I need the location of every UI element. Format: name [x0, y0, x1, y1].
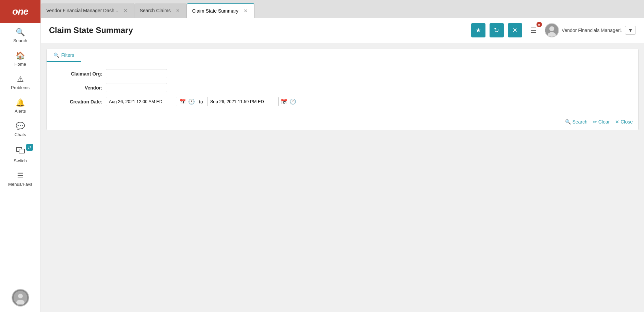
- search-link[interactable]: 🔍 Search: [565, 119, 587, 125]
- sidebar-label-search: Search: [13, 38, 27, 43]
- filter-search-icon: 🔍: [53, 52, 59, 58]
- refresh-icon: ↻: [494, 27, 499, 34]
- filter-row-claimant-org: Claimant Org:: [55, 69, 630, 78]
- filters-tab-bar: 🔍 Filters: [47, 49, 638, 62]
- sidebar-item-problems[interactable]: ⚠ Problems: [0, 70, 40, 94]
- user-avatar-header: [545, 23, 559, 37]
- chevron-down-icon: ▼: [628, 28, 633, 33]
- close-icon: ✕: [512, 27, 517, 34]
- sidebar-label-chats: Chats: [15, 132, 26, 137]
- vendor-label: Vendor:: [55, 85, 102, 91]
- tab-label-claim-state-summary: Claim State Summary: [192, 8, 238, 14]
- main-content: Vendor Financial Manager Dash... ✕ Searc…: [41, 0, 644, 312]
- sidebar-label-alerts: Alerts: [15, 109, 26, 114]
- tab-vendor-dashboard[interactable]: Vendor Financial Manager Dash... ✕: [41, 3, 134, 18]
- tab-bar: Vendor Financial Manager Dash... ✕ Searc…: [41, 0, 644, 18]
- sidebar-item-search[interactable]: 🔍 Search: [0, 23, 40, 47]
- favorite-button[interactable]: ★: [471, 23, 485, 37]
- user-info: Vendor Financials Manager1 ▼: [545, 23, 636, 37]
- menu-icon: ☰: [17, 171, 24, 180]
- filters-panel: 🔍 Filters Claimant Org: Vendor: Creatio: [46, 49, 639, 130]
- clear-action-label: Clear: [598, 119, 610, 125]
- calendar-to-icon[interactable]: 📅: [281, 98, 287, 105]
- tab-claim-state-summary[interactable]: Claim State Summary ✕: [187, 3, 254, 18]
- switch-icon: [16, 145, 25, 157]
- claimant-org-label: Claimant Org:: [55, 71, 102, 77]
- close-link[interactable]: ✕ Close: [615, 119, 633, 125]
- sidebar-label-switch: Switch: [14, 158, 27, 163]
- header-toolbar: ★ ↻ ✕ ☰ ★: [471, 23, 636, 37]
- clock-from-icon[interactable]: 🕐: [188, 98, 195, 105]
- svg-rect-1: [19, 149, 24, 153]
- tab-label-vendor-dashboard: Vendor Financial Manager Dash...: [46, 8, 118, 13]
- svg-point-3: [18, 294, 23, 298]
- close-action-icon: ✕: [615, 119, 619, 125]
- menu-badge: ★: [536, 22, 542, 27]
- sidebar-item-home[interactable]: 🏠 Home: [0, 47, 40, 70]
- filters-tab[interactable]: 🔍 Filters: [47, 49, 81, 62]
- filter-row-creation-date: Creation Date: 📅 🕐 to 📅 🕐: [55, 97, 630, 106]
- sidebar-label-problems: Problems: [11, 85, 30, 90]
- claimant-org-input[interactable]: [106, 69, 167, 78]
- switch-badge-icon: ⇄: [26, 144, 33, 151]
- search-action-label: Search: [572, 119, 587, 125]
- sidebar-item-menus-favs[interactable]: ☰ Menus/Favs: [0, 167, 40, 190]
- search-action-icon: 🔍: [565, 119, 571, 125]
- tab-close-claim-state-summary[interactable]: ✕: [243, 8, 249, 14]
- sidebar: one 🔍 Search 🏠 Home ⚠ Problems 🔔 Alerts …: [0, 0, 41, 312]
- sidebar-label-menus-favs: Menus/Favs: [8, 182, 32, 187]
- user-name-label: Vendor Financials Manager1: [562, 28, 622, 33]
- vendor-input[interactable]: [106, 83, 167, 92]
- star-icon: ★: [476, 27, 481, 34]
- logo-text: one: [12, 6, 28, 17]
- page-title: Claim State Summary: [49, 26, 133, 35]
- tab-close-vendor-dashboard[interactable]: ✕: [122, 7, 129, 14]
- sidebar-avatar[interactable]: [12, 289, 29, 307]
- date-to-input[interactable]: [207, 97, 279, 106]
- bell-icon: 🔔: [16, 98, 25, 107]
- date-from-input[interactable]: [106, 97, 177, 106]
- calendar-from-icon[interactable]: 📅: [179, 98, 186, 105]
- date-to-separator: to: [199, 99, 203, 104]
- sidebar-item-chats[interactable]: 💬 Chats: [0, 117, 40, 141]
- tab-close-search-claims[interactable]: ✕: [175, 7, 181, 14]
- tab-search-claims[interactable]: Search Claims ✕: [134, 3, 187, 18]
- search-icon: 🔍: [16, 28, 25, 37]
- svg-point-6: [549, 26, 554, 31]
- filters-content: Claimant Org: Vendor: Creation Date: 📅 🕐: [47, 62, 638, 116]
- svg-point-7: [548, 32, 556, 37]
- chat-icon: 💬: [16, 122, 25, 131]
- clock-to-icon[interactable]: 🕐: [290, 98, 296, 105]
- creation-date-label: Creation Date:: [55, 99, 102, 104]
- content-area: Claim State Summary ★ ↻ ✕ ☰ ★: [41, 18, 644, 312]
- close-action-label: Close: [621, 119, 633, 125]
- user-dropdown-button[interactable]: ▼: [625, 26, 636, 35]
- filters-tab-label: Filters: [61, 52, 74, 58]
- menu-button[interactable]: ☰ ★: [526, 23, 541, 37]
- sidebar-label-home: Home: [14, 62, 26, 67]
- clear-action-icon: ✏: [593, 119, 597, 125]
- filter-row-vendor: Vendor:: [55, 83, 630, 92]
- date-range: 📅 🕐 to 📅 🕐: [106, 97, 296, 106]
- home-icon: 🏠: [16, 51, 25, 60]
- app-logo[interactable]: one: [0, 0, 40, 23]
- user-avatar-sidebar[interactable]: [12, 289, 29, 307]
- sidebar-item-alerts[interactable]: 🔔 Alerts: [0, 94, 40, 117]
- clear-link[interactable]: ✏ Clear: [593, 119, 610, 125]
- close-page-button[interactable]: ✕: [508, 23, 522, 37]
- tab-label-search-claims: Search Claims: [140, 8, 171, 13]
- sidebar-item-switch[interactable]: ⇄ Switch: [0, 141, 40, 167]
- warning-icon: ⚠: [17, 75, 24, 84]
- hamburger-icon: ☰: [530, 27, 536, 34]
- page-header: Claim State Summary ★ ↻ ✕ ☰ ★: [41, 18, 644, 43]
- refresh-button[interactable]: ↻: [490, 23, 504, 37]
- filter-actions: 🔍 Search ✏ Clear ✕ Close: [47, 116, 638, 130]
